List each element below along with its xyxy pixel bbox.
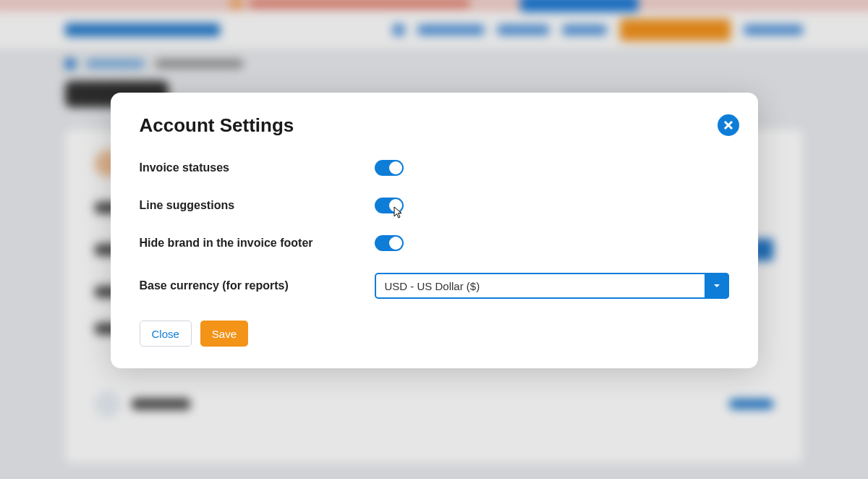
setting-label: Hide brand in the invoice footer xyxy=(140,237,375,250)
toggle-hide-brand[interactable] xyxy=(375,235,404,251)
setting-hide-brand: Hide brand in the invoice footer xyxy=(140,235,729,251)
modal-overlay: Account Settings Invoice statuses Line s… xyxy=(0,0,868,479)
account-settings-modal: Account Settings Invoice statuses Line s… xyxy=(111,93,758,368)
close-icon[interactable] xyxy=(718,114,739,136)
close-button[interactable]: Close xyxy=(140,321,192,347)
toggle-invoice-statuses[interactable] xyxy=(375,160,404,176)
save-button[interactable]: Save xyxy=(200,321,248,347)
modal-footer: Close Save xyxy=(140,321,729,347)
setting-label: Line suggestions xyxy=(140,199,375,212)
setting-label: Invoice statuses xyxy=(140,161,375,174)
base-currency-select[interactable]: USD - US Dollar ($) xyxy=(375,273,729,299)
setting-base-currency: Base currency (for reports) USD - US Dol… xyxy=(140,273,729,299)
setting-invoice-statuses: Invoice statuses xyxy=(140,160,729,176)
setting-line-suggestions: Line suggestions xyxy=(140,198,729,213)
setting-label: Base currency (for reports) xyxy=(140,279,375,292)
chevron-down-icon[interactable] xyxy=(705,273,729,299)
modal-title: Account Settings xyxy=(140,114,729,137)
select-value: USD - US Dollar ($) xyxy=(385,280,480,292)
toggle-line-suggestions[interactable] xyxy=(375,198,404,213)
